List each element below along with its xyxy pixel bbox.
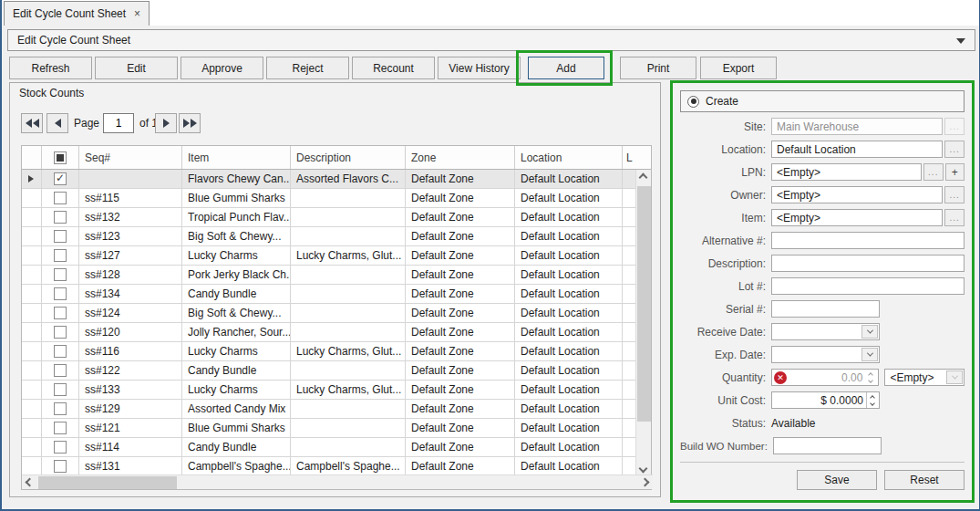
add-button[interactable]: Add: [528, 57, 604, 79]
row-checkbox[interactable]: [54, 422, 67, 434]
row-checkbox[interactable]: [54, 402, 67, 415]
vertical-scrollbar[interactable]: [635, 170, 651, 476]
table-row[interactable]: ss#121 Blue Gummi Sharks Default Zone De…: [22, 419, 637, 438]
cell-seq: ss#129: [79, 400, 182, 418]
export-button[interactable]: Export: [700, 57, 777, 79]
select-all-header: [42, 146, 79, 169]
unit-cost-field[interactable]: $ 0.0000: [771, 391, 880, 409]
scroll-right-icon[interactable]: [642, 479, 648, 485]
cell-item: Big Soft & Chewy...: [182, 227, 291, 245]
print-button[interactable]: Print: [620, 57, 696, 79]
alternative-number-input[interactable]: [771, 232, 965, 249]
last-page-button[interactable]: [179, 113, 201, 133]
unit-cost-spinner[interactable]: [866, 392, 877, 408]
table-row[interactable]: ss#127 Lucky Charms Lucky Charms, Glut..…: [22, 246, 637, 266]
owner-browse-button[interactable]: ...: [944, 186, 965, 203]
first-page-button[interactable]: [21, 113, 43, 133]
column-header-seq[interactable]: Seq#: [79, 146, 182, 169]
table-row[interactable]: ss#133 Lucky Charms Lucky Charms, Glut..…: [22, 381, 637, 400]
next-page-button[interactable]: [155, 113, 177, 133]
previous-page-button[interactable]: [46, 113, 68, 133]
row-checkbox[interactable]: [54, 268, 67, 281]
create-mode-option[interactable]: Create: [680, 90, 965, 112]
exp-date-combobox[interactable]: [771, 346, 880, 363]
row-checkbox[interactable]: [54, 326, 67, 339]
cell-zone: Default Zone: [406, 285, 515, 303]
location-input[interactable]: [771, 141, 943, 158]
receive-date-dropdown-icon[interactable]: [861, 325, 878, 339]
create-radio-button[interactable]: [687, 96, 699, 108]
table-row[interactable]: ss#134 Candy Bundle Default Zone Default…: [22, 285, 637, 304]
table-row[interactable]: ss#114 Candy Bundle Default Zone Default…: [22, 438, 637, 457]
location-browse-button[interactable]: ...: [944, 141, 965, 158]
row-checkbox[interactable]: [54, 192, 67, 204]
tab-edit-cycle-count-sheet[interactable]: Edit Cycle Count Sheet ×: [4, 1, 150, 26]
owner-input[interactable]: [771, 186, 943, 203]
scroll-left-icon[interactable]: [26, 479, 33, 485]
row-checkbox[interactable]: [54, 441, 67, 454]
column-header-zone[interactable]: Zone: [406, 146, 515, 169]
scroll-down-icon[interactable]: [640, 465, 646, 472]
approve-button[interactable]: Approve: [181, 57, 263, 79]
receive-date-combobox[interactable]: [771, 323, 880, 340]
cell-location: Default Location: [515, 342, 623, 360]
recount-button[interactable]: Recount: [352, 57, 435, 79]
column-header-description[interactable]: Description: [291, 146, 406, 169]
table-row[interactable]: ss#128 Pork Jerky Black Ch... Default Zo…: [22, 266, 637, 285]
table-row[interactable]: ss#116 Lucky Charms Lucky Charms, Glut..…: [22, 342, 637, 361]
sheet-selector-combobox[interactable]: Edit Cycle Count Sheet: [7, 29, 975, 51]
column-header-clipped[interactable]: L: [623, 146, 637, 169]
row-checkbox[interactable]: [54, 364, 67, 377]
table-row[interactable]: ss#122 Candy Bundle Default Zone Default…: [22, 361, 637, 381]
row-checkbox[interactable]: [54, 287, 67, 300]
quantity-spinner[interactable]: [865, 370, 876, 385]
row-checkbox[interactable]: [54, 211, 67, 224]
item-browse-button[interactable]: ...: [944, 209, 965, 226]
cell-zone: Default Zone: [406, 189, 515, 207]
vertical-scrollbar-thumb[interactable]: [637, 186, 651, 422]
build-wo-number-input[interactable]: [773, 437, 882, 454]
row-checkbox[interactable]: [54, 249, 67, 262]
table-row[interactable]: ss#124 Big Soft & Chewy... Default Zone …: [22, 304, 637, 323]
column-header-item[interactable]: Item: [182, 146, 291, 169]
table-row[interactable]: ss#132 Tropical Punch Flav... Default Zo…: [22, 208, 637, 227]
item-input[interactable]: [771, 209, 943, 226]
page-number-input[interactable]: [103, 113, 134, 133]
column-header-location[interactable]: Location: [515, 146, 623, 169]
row-checkbox[interactable]: [54, 383, 67, 396]
select-all-checkbox[interactable]: [54, 151, 67, 164]
row-checkbox[interactable]: [54, 460, 67, 473]
row-checkbox[interactable]: [54, 172, 67, 185]
table-row[interactable]: ss#123 Big Soft & Chewy... Default Zone …: [22, 227, 637, 246]
reset-button[interactable]: Reset: [884, 470, 965, 490]
refresh-button[interactable]: Refresh: [9, 57, 92, 79]
exp-date-dropdown-icon[interactable]: [861, 348, 878, 361]
view-history-button[interactable]: View History: [438, 57, 521, 79]
table-row[interactable]: ss#131 Campbell's Spaghe... Campbell's S…: [22, 457, 637, 476]
horizontal-scrollbar-thumb[interactable]: [38, 476, 177, 489]
table-row[interactable]: ss#115 Blue Gummi Sharks Default Zone De…: [22, 189, 637, 208]
row-checkbox[interactable]: [54, 345, 67, 358]
app-window: Edit Cycle Count Sheet × Edit Cycle Coun…: [0, 0, 980, 511]
tab-close-icon[interactable]: ×: [134, 8, 140, 19]
table-row[interactable]: ss#120 Jolly Rancher, Sour... Default Zo…: [22, 323, 637, 342]
cell-location: Default Location: [515, 170, 623, 188]
table-row[interactable]: Flavors Chewy Can... Assorted Flavors C.…: [22, 170, 637, 189]
description-input[interactable]: [771, 255, 965, 272]
save-button[interactable]: Save: [797, 470, 877, 490]
reject-button[interactable]: Reject: [266, 57, 349, 79]
edit-button[interactable]: Edit: [95, 57, 178, 79]
scroll-up-icon[interactable]: [640, 174, 646, 181]
serial-number-input[interactable]: [771, 300, 880, 318]
lpn-browse-button[interactable]: ...: [923, 163, 944, 181]
table-row[interactable]: ss#129 Assorted Candy Mix Default Zone D…: [22, 400, 637, 419]
alternative-number-label: Alternative #:: [680, 235, 771, 247]
cell-item: Tropical Punch Flav...: [182, 208, 291, 226]
row-checkbox[interactable]: [54, 307, 67, 319]
lpn-add-button[interactable]: +: [945, 163, 965, 181]
horizontal-scrollbar[interactable]: [22, 474, 653, 489]
lpn-input[interactable]: [771, 163, 922, 181]
quantity-field[interactable]: ✕ 0.00: [771, 369, 879, 386]
lot-number-input[interactable]: [771, 277, 965, 295]
row-checkbox[interactable]: [54, 230, 67, 243]
